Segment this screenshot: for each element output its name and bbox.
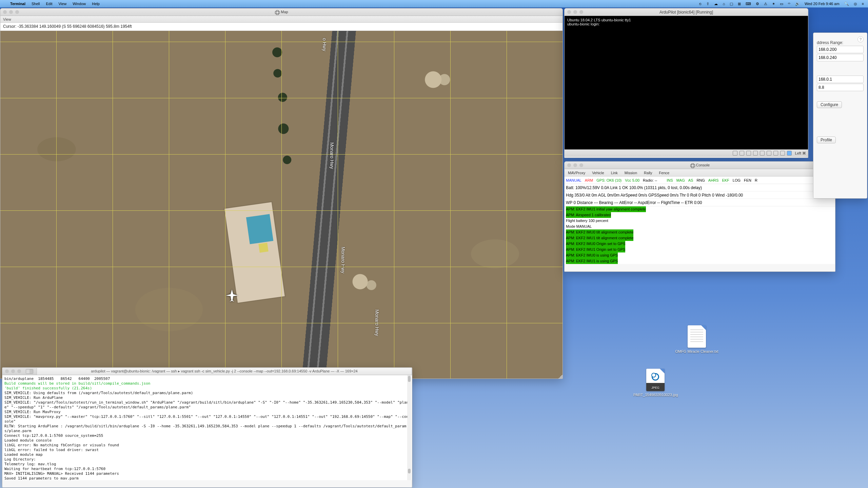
status-icon[interactable]: ☁︎: [714, 2, 718, 6]
zoom-button[interactable]: [15, 10, 19, 14]
scrollbar-thumb[interactable]: [408, 469, 411, 473]
status-icon[interactable]: ⚙︎: [756, 2, 759, 6]
volume-icon[interactable]: 🔊: [795, 2, 800, 6]
menu-rally[interactable]: Rally: [644, 171, 652, 175]
menu-fence[interactable]: Fence: [659, 171, 670, 175]
console-telemetry-row1: Batt: 100%/12.59V 0.0A Link 1 OK 100.0% …: [565, 184, 835, 191]
status-icon[interactable]: ▢: [730, 2, 733, 6]
spotlight-icon[interactable]: 🔍: [844, 2, 849, 6]
wifi-icon[interactable]: ⌔: [788, 2, 790, 6]
vm-window-title: ArduPilot [bionic64] [Running]: [565, 10, 808, 15]
status-icon[interactable]: ⌨︎: [746, 2, 751, 6]
map-window-title: Map: [0, 9, 563, 15]
close-button[interactable]: [567, 10, 571, 14]
status-icon[interactable]: ⊞: [738, 2, 741, 6]
road-label: Monaro Hwy: [374, 309, 380, 336]
console-telemetry-row2: Hdg 353/0 Alt 0m AGL 0m/0m AirSpeed 0m/s…: [565, 191, 835, 199]
status-radio: Radio: --: [643, 178, 657, 182]
console-titlebar[interactable]: Console: [565, 162, 835, 169]
menu-vehicle[interactable]: Vehicle: [592, 171, 604, 175]
vm-console[interactable]: Ubuntu 18.04.2 LTS ubuntu-bionic tty1 ub…: [565, 16, 808, 149]
siri-icon[interactable]: ◎: [854, 2, 857, 6]
menu-mavproxy[interactable]: MAVProxy: [568, 171, 585, 175]
map-window: Map View Cursor: -35.363384 149.160049 (…: [0, 8, 563, 379]
battery-icon[interactable]: ▭: [780, 2, 783, 6]
vm-status-icon[interactable]: [773, 151, 778, 156]
vm-status-icon[interactable]: [753, 151, 758, 156]
vm-titlebar[interactable]: ArduPilot [bionic64] [Running]: [565, 8, 808, 16]
map-canvas[interactable]: o Hwy Monaro Hwy Monaro Hwy Monaro Hwy: [0, 31, 563, 379]
zoom-button[interactable]: [17, 369, 21, 373]
server-ip-input[interactable]: [817, 76, 864, 83]
aircraft-marker-icon[interactable]: [225, 289, 239, 302]
app-menu[interactable]: Terminal: [10, 2, 25, 6]
wifi-icon[interactable]: ⚠︎: [764, 2, 767, 6]
status-as: AS: [688, 178, 693, 182]
menu-mission[interactable]: Mission: [625, 171, 637, 175]
configure-button[interactable]: Configure: [817, 101, 842, 108]
menu-help[interactable]: Help: [92, 2, 100, 6]
menu-window[interactable]: Window: [73, 2, 86, 6]
range-high-input[interactable]: [817, 54, 864, 61]
terminal-tabbar: ardupilot — vagrant@ubuntu-bionic: /vagr…: [2, 368, 412, 375]
menu-link[interactable]: Link: [611, 171, 618, 175]
minimize-button[interactable]: [9, 10, 13, 14]
menu-edit[interactable]: Edit: [46, 2, 53, 6]
console-window-title: Console: [565, 163, 835, 168]
close-button[interactable]: [3, 10, 7, 14]
scrollbar-thumb[interactable]: [408, 376, 411, 382]
map-titlebar[interactable]: Map: [0, 8, 563, 16]
vm-status-icon[interactable]: [780, 151, 785, 156]
scrollbar[interactable]: [407, 375, 411, 480]
minimize-button[interactable]: [573, 163, 577, 167]
desktop-file[interactable]: PART_1549833910023.jpg: [633, 369, 677, 397]
zoom-button[interactable]: [579, 163, 583, 167]
map-menu-view[interactable]: View: [0, 16, 563, 23]
close-button[interactable]: [5, 369, 9, 373]
zoom-button[interactable]: [579, 10, 583, 14]
status-icon[interactable]: ⌂: [723, 2, 725, 6]
status-arm: ARM: [585, 178, 593, 182]
desktop-file[interactable]: OMFG Miracle Cleaner.txt: [675, 325, 719, 353]
bluetooth-icon[interactable]: ✶: [772, 2, 775, 6]
terminal-split-toggle[interactable]: [26, 369, 33, 374]
resize-handle[interactable]: [558, 374, 563, 379]
profile-button[interactable]: Profile: [817, 137, 836, 143]
console-status-row: MANUAL ARM GPS: OK6 (10) Vcc 5.00 Radio:…: [565, 177, 835, 184]
vm-hostkey-label: Left ⌘: [795, 151, 806, 156]
vm-status-icon[interactable]: [739, 151, 744, 156]
clock[interactable]: Wed 20 Feb 9:46 am: [805, 2, 840, 6]
menu-shell[interactable]: Shell: [32, 2, 40, 6]
settings-body: ? ddress Range: Configure Profile: [813, 33, 867, 198]
status-icon[interactable]: ⎋: [699, 2, 702, 6]
status-rc: R: [755, 178, 757, 182]
vm-status-icon[interactable]: [760, 151, 765, 156]
vm-status-icon[interactable]: [733, 151, 737, 156]
file-name: OMFG Miracle Cleaner.txt: [675, 349, 719, 353]
road-label: Monaro Hwy: [329, 142, 335, 169]
status-ekf: EKF: [722, 178, 729, 182]
minimize-button[interactable]: [573, 10, 577, 14]
subnet-input[interactable]: [817, 84, 864, 91]
terminal-tab[interactable]: ardupilot — vagrant@ubuntu-bionic: /vagr…: [37, 368, 412, 375]
macos-menubar: Terminal Shell Edit View Window Help ⎋ ⇧…: [0, 0, 868, 7]
vm-status-icon[interactable]: [746, 151, 751, 156]
minimize-button[interactable]: [11, 369, 15, 373]
range-low-input[interactable]: [817, 46, 864, 53]
console-menubar: MAVProxy Vehicle Link Mission Rally Fenc…: [565, 169, 835, 177]
hangar-roof: [246, 214, 273, 244]
menu-view[interactable]: View: [58, 2, 66, 6]
vm-status-icon[interactable]: [787, 151, 792, 156]
console-telemetry-row3: WP 0 Distance --- Bearing --- AltError -…: [565, 199, 835, 206]
status-icon[interactable]: ⇧: [706, 2, 709, 6]
status-log: LOG: [733, 178, 741, 182]
mavproxy-console-window: Console MAVProxy Vehicle Link Mission Ra…: [564, 161, 835, 272]
vm-status-icon[interactable]: [767, 151, 771, 156]
info-icon[interactable]: ?: [857, 36, 864, 42]
status-gps: GPS: OK6 (10): [596, 178, 622, 182]
menubar-status-area: ⎋ ⇧ ☁︎ ⌂ ▢ ⊞ ⌨︎ ⚙︎ ⚠︎ ✶ ▭ ⌔ 🔊 Wed 20 Feb…: [699, 2, 864, 6]
close-button[interactable]: [567, 163, 571, 167]
notification-center-icon[interactable]: ≡: [862, 2, 864, 6]
terminal-output[interactable]: bin/arduplane 1854485 86542 64400 200550…: [2, 375, 412, 480]
vm-line: Ubuntu 18.04.2 LTS ubuntu-bionic tty1: [567, 18, 805, 22]
